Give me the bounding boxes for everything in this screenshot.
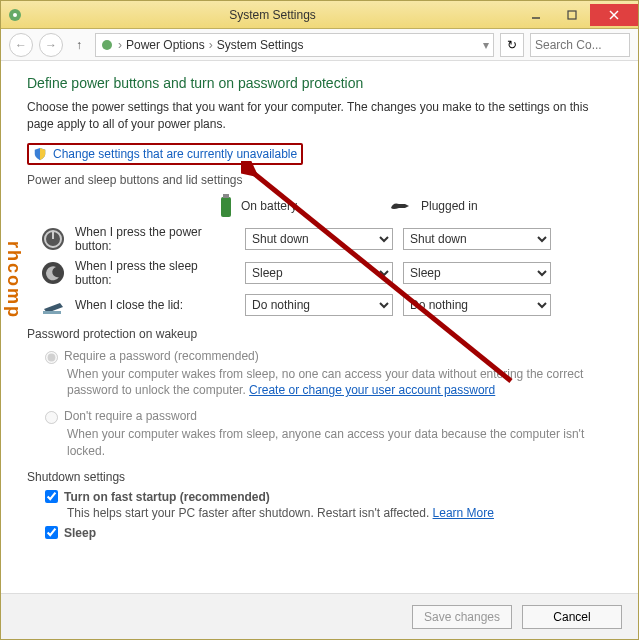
row-label: When I close the lid:	[75, 298, 235, 312]
cancel-button[interactable]: Cancel	[522, 605, 622, 629]
svg-point-1	[13, 13, 17, 17]
column-headers: On battery Plugged in	[217, 193, 614, 219]
power-button-row: When I press the power button: Shut down…	[41, 225, 614, 253]
row-label: When I press the power button:	[75, 225, 235, 253]
checkbox-label: Sleep	[64, 526, 96, 540]
fast-startup-row: Turn on fast startup (recommended)	[45, 490, 614, 504]
require-password-radio-row: Require a password (recommended)	[45, 349, 614, 364]
shutdown-subhead: Shutdown settings	[27, 470, 614, 484]
moon-icon	[41, 261, 65, 285]
change-settings-link[interactable]: Change settings that are currently unava…	[53, 147, 297, 161]
lid-row: When I close the lid: Do nothing Do noth…	[41, 293, 614, 317]
breadcrumb-item[interactable]: Power Options	[126, 38, 205, 52]
page-description: Choose the power settings that you want …	[27, 99, 614, 133]
shutdown-section: Shutdown settings Turn on fast startup (…	[27, 470, 614, 540]
change-settings-link-row: Change settings that are currently unava…	[27, 143, 303, 165]
shield-icon	[33, 147, 47, 161]
laptop-icon	[41, 293, 65, 317]
app-icon	[7, 7, 23, 23]
fast-startup-desc: This helps start your PC faster after sh…	[67, 506, 614, 520]
svg-rect-3	[568, 11, 576, 19]
plugged-in-header: Plugged in	[389, 193, 541, 219]
row-label: When I press the sleep button:	[75, 259, 235, 287]
watermark: rhcomp	[3, 241, 24, 319]
require-password-desc: When your computer wakes from sleep, no …	[67, 366, 614, 400]
svg-point-6	[102, 40, 112, 50]
sleep-checkbox[interactable]	[45, 526, 58, 539]
lid-plugged-select[interactable]: Do nothing	[403, 294, 551, 316]
maximize-button[interactable]	[554, 4, 590, 26]
create-password-link[interactable]: Create or change your user account passw…	[249, 383, 495, 397]
chevron-right-icon: ›	[209, 38, 213, 52]
chevron-down-icon[interactable]: ▾	[483, 38, 489, 52]
sleep-checkbox-row: Sleep	[45, 526, 614, 540]
search-input[interactable]	[530, 33, 630, 57]
refresh-button[interactable]: ↻	[500, 33, 524, 57]
buttons-subhead: Power and sleep buttons and lid settings	[27, 173, 614, 187]
control-panel-icon	[100, 38, 114, 52]
titlebar: System Settings	[1, 1, 638, 29]
breadcrumb[interactable]: › Power Options › System Settings ▾	[95, 33, 494, 57]
fast-startup-checkbox[interactable]	[45, 490, 58, 503]
radio-label: Don't require a password	[64, 409, 197, 423]
svg-point-12	[42, 262, 64, 284]
on-battery-header: On battery	[217, 193, 369, 219]
require-password-radio[interactable]	[45, 351, 58, 364]
plug-icon	[389, 198, 415, 214]
password-subhead: Password protection on wakeup	[27, 327, 614, 341]
svg-rect-8	[223, 194, 229, 198]
back-button[interactable]: ←	[9, 33, 33, 57]
radio-label: Require a password (recommended)	[64, 349, 259, 363]
footer: Save changes Cancel	[1, 593, 638, 639]
sleep-button-row: When I press the sleep button: Sleep Sle…	[41, 259, 614, 287]
battery-icon	[217, 193, 235, 219]
up-button[interactable]: ↑	[69, 35, 89, 55]
no-password-desc: When your computer wakes from sleep, any…	[67, 426, 614, 460]
power-icon	[41, 227, 65, 251]
no-password-radio[interactable]	[45, 411, 58, 424]
sleep-battery-select[interactable]: Sleep	[245, 262, 393, 284]
forward-button[interactable]: →	[39, 33, 63, 57]
power-battery-select[interactable]: Shut down	[245, 228, 393, 250]
page-heading: Define power buttons and turn on passwor…	[27, 75, 614, 91]
lid-battery-select[interactable]: Do nothing	[245, 294, 393, 316]
no-password-radio-row: Don't require a password	[45, 409, 614, 424]
svg-rect-13	[43, 311, 61, 314]
save-button[interactable]: Save changes	[412, 605, 512, 629]
svg-rect-7	[221, 197, 231, 217]
toolbar: ← → ↑ › Power Options › System Settings …	[1, 29, 638, 61]
close-button[interactable]	[590, 4, 638, 26]
breadcrumb-item[interactable]: System Settings	[217, 38, 304, 52]
minimize-button[interactable]	[518, 4, 554, 26]
learn-more-link[interactable]: Learn More	[433, 506, 494, 520]
password-section: Password protection on wakeup Require a …	[27, 327, 614, 460]
sleep-plugged-select[interactable]: Sleep	[403, 262, 551, 284]
checkbox-label: Turn on fast startup (recommended)	[64, 490, 270, 504]
window-title: System Settings	[27, 8, 518, 22]
power-plugged-select[interactable]: Shut down	[403, 228, 551, 250]
chevron-right-icon: ›	[118, 38, 122, 52]
content-pane: Define power buttons and turn on passwor…	[1, 61, 638, 639]
